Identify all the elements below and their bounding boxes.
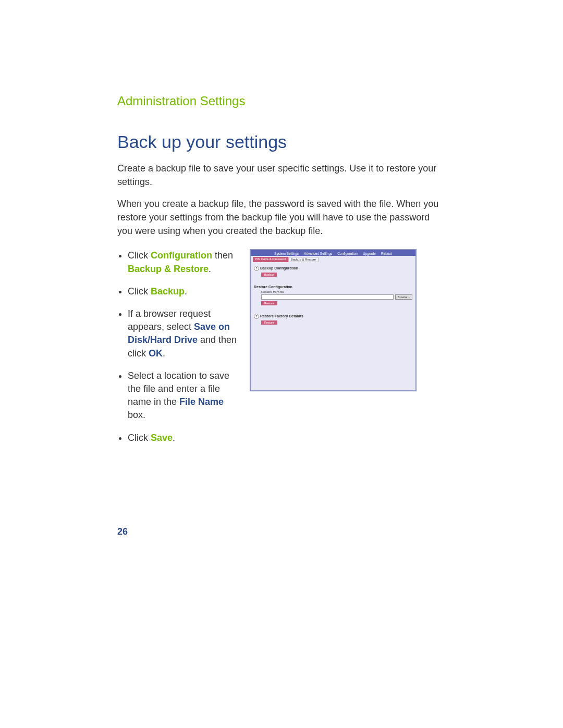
content-row: Click Configuration then Backup & Restor… bbox=[117, 249, 500, 453]
shot-tab-configuration: Configuration bbox=[337, 252, 358, 255]
shot-restore-button: Restore bbox=[261, 301, 277, 305]
link-backup-restore: Backup & Restore bbox=[128, 264, 209, 274]
shot-heading-restore: Restore Configuration bbox=[254, 285, 412, 289]
help-icon: ? bbox=[254, 314, 259, 319]
shot-heading-backup: ?Backup Configuration bbox=[254, 266, 412, 271]
shot-tab-advanced: Advanced Settings bbox=[304, 252, 332, 255]
shot-restore-label: Restore from file bbox=[261, 290, 412, 293]
shot-backup-button: Backup bbox=[261, 273, 277, 277]
shot-subtab-backup: Backup & Restore bbox=[288, 257, 319, 262]
link-configuration: Configuration bbox=[151, 250, 212, 261]
page-title: Back up your settings bbox=[117, 132, 500, 152]
shot-subtab-pin: PIN Code & Password bbox=[253, 257, 288, 262]
shot-main-tabs: System Settings Advanced Settings Config… bbox=[251, 250, 415, 256]
shot-tab-system: System Settings bbox=[274, 252, 299, 255]
shot-browse-button: Browse... bbox=[395, 294, 412, 300]
step-2: Click Backup. bbox=[128, 285, 237, 298]
label-backup: Backup bbox=[151, 286, 185, 297]
label-file-name: File Name bbox=[179, 397, 224, 407]
shot-file-input bbox=[261, 294, 394, 300]
shot-heading-factory: ?Restore Factory Defaults bbox=[254, 314, 412, 319]
intro-paragraph-1: Create a backup file to save your user s… bbox=[117, 162, 440, 189]
page-number: 26 bbox=[117, 526, 128, 537]
label-ok: OK bbox=[149, 348, 163, 359]
shot-sub-tabs: PIN Code & Password Backup & Restore bbox=[251, 257, 415, 262]
shot-tab-upgrade: Upgrade bbox=[363, 252, 376, 255]
section-breadcrumb: Administration Settings bbox=[117, 94, 500, 108]
step-4: Select a location to save the file and e… bbox=[128, 369, 237, 422]
step-5: Click Save. bbox=[128, 431, 237, 445]
label-save: Save bbox=[151, 433, 173, 443]
steps-list: Click Configuration then Backup & Restor… bbox=[117, 249, 237, 453]
shot-file-row: Browse... bbox=[261, 294, 412, 300]
step-1: Click Configuration then Backup & Restor… bbox=[128, 249, 237, 275]
intro-paragraph-2: When you create a backup file, the passw… bbox=[117, 197, 440, 238]
step-3: If a browser request appears, select Sav… bbox=[128, 307, 237, 360]
shot-tab-reboot: Reboot bbox=[381, 252, 392, 255]
embedded-screenshot: System Settings Advanced Settings Config… bbox=[250, 249, 417, 391]
help-icon: ? bbox=[254, 266, 259, 271]
shot-factory-restore-button: Restore bbox=[261, 320, 277, 325]
